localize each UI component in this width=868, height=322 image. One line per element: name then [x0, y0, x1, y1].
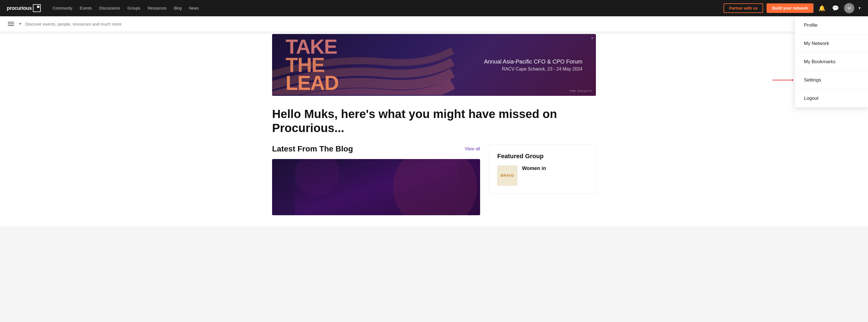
welcome-heading: Hello Muks, here's what you might have m… [272, 107, 596, 135]
sidebar-item-events[interactable]: Events [77, 4, 95, 12]
messages-button[interactable]: 💬 [830, 3, 840, 13]
navbar: procurious Community Events Discussions … [0, 0, 868, 16]
group-logo: BRAVO [497, 165, 518, 186]
blog-section-header: Latest From The Blog View all [272, 144, 480, 153]
user-menu-chevron[interactable]: ▼ [858, 6, 861, 10]
banner-title-block: TAKE THE LEAD [286, 38, 338, 92]
hamburger-button[interactable] [7, 21, 15, 27]
sidebar-item-news[interactable]: News [186, 4, 202, 12]
blog-thumbnail-image [272, 159, 480, 215]
logo[interactable]: procurious [7, 4, 41, 12]
notifications-button[interactable]: 🔔 [817, 3, 827, 13]
user-dropdown-menu: Profile My Network My Bookmarks Settings… [795, 16, 868, 107]
avatar[interactable]: M [844, 3, 855, 13]
banner-sponsor-logo: THE FACULTY [569, 90, 592, 92]
hamburger-chevron: ▼ [19, 22, 22, 26]
search-input[interactable] [25, 22, 852, 26]
banner-take: TAKE THE LEAD [286, 38, 338, 92]
sidebar-item-resources[interactable]: Resources [145, 4, 169, 12]
logo-text: procurious [7, 5, 32, 11]
banner-event-details: RACV Cape Schanck, 23 - 24 May 2024 [484, 67, 582, 72]
group-item[interactable]: BRAVO Women in [497, 165, 588, 186]
featured-group-section: Featured Group BRAVO Women in [489, 144, 596, 215]
dropdown-my-network[interactable]: My Network [795, 35, 868, 53]
banner-ad[interactable]: TAKE THE LEAD Annual Asia-Pacific CFO & … [272, 34, 596, 96]
bell-icon: 🔔 [818, 5, 826, 11]
dropdown-logout[interactable]: Logout [795, 89, 868, 107]
partner-button[interactable]: Partner with us [723, 3, 763, 13]
featured-group-title: Featured Group [497, 153, 588, 160]
svg-point-3 [393, 159, 477, 215]
sidebar-item-community[interactable]: Community [50, 4, 75, 12]
chevron-down-icon: ▼ [858, 6, 861, 10]
build-network-button[interactable]: Build your network [767, 3, 813, 13]
sidebar-item-groups[interactable]: Groups [125, 4, 143, 12]
sidebar-item-discussions[interactable]: Discussions [96, 4, 123, 12]
banner-event-info: Annual Asia-Pacific CFO & CPO Forum RACV… [484, 59, 582, 72]
blog-thumbnail[interactable] [272, 159, 480, 215]
group-logo-text: BRAVO [501, 174, 514, 178]
chat-icon: 💬 [832, 5, 839, 11]
hamburger-icon [8, 22, 14, 23]
search-bar-area: ▼ 🔍 [0, 16, 868, 32]
banner-event-title: Annual Asia-Pacific CFO & CPO Forum [484, 59, 582, 65]
sidebar-item-blog[interactable]: Blog [171, 4, 184, 12]
dropdown-settings[interactable]: Settings [795, 71, 868, 89]
logo-icon [33, 4, 41, 12]
content-columns: Latest From The Blog View all [272, 144, 596, 215]
hamburger-icon [8, 25, 14, 26]
navbar-actions: Partner with us Build your network 🔔 💬 M… [723, 3, 861, 13]
blog-section-title: Latest From The Blog [272, 144, 353, 153]
view-all-blog-link[interactable]: View all [465, 147, 480, 152]
hamburger-icon [8, 24, 14, 24]
group-name: Women in [522, 165, 546, 171]
settings-arrow [772, 77, 794, 83]
blog-section: Latest From The Blog View all [272, 144, 480, 215]
main-content: TAKE THE LEAD Annual Asia-Pacific CFO & … [265, 34, 603, 215]
featured-group-card: Featured Group BRAVO Women in [489, 144, 596, 194]
close-banner-button[interactable]: ✕ [591, 36, 594, 40]
group-info: Women in [522, 165, 546, 171]
nav-menu: Community Events Discussions Groups Reso… [50, 4, 723, 12]
dropdown-profile[interactable]: Profile [795, 16, 868, 35]
svg-marker-1 [792, 79, 794, 82]
dropdown-my-bookmarks[interactable]: My Bookmarks [795, 53, 868, 71]
avatar-image: M [847, 6, 851, 10]
